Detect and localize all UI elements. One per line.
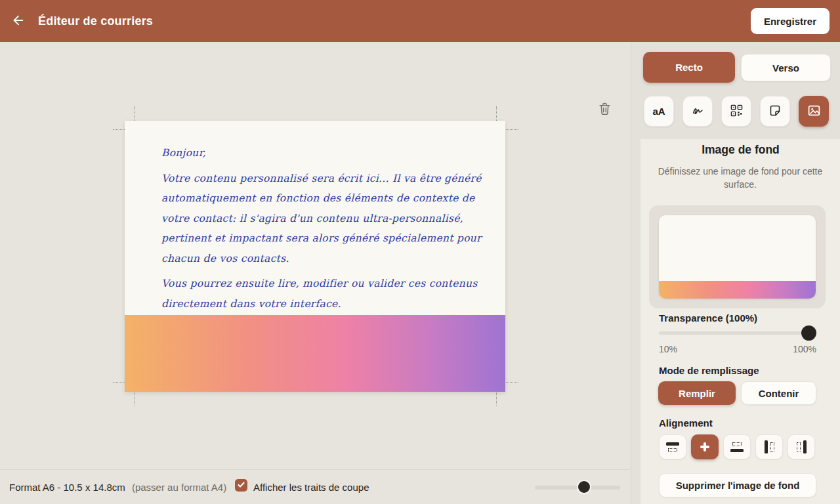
signature-icon <box>691 104 705 119</box>
align-center-icon <box>700 442 709 452</box>
save-button[interactable]: Enregistrer <box>751 8 830 34</box>
fill-mode-label: Mode de remplissage <box>659 365 759 376</box>
letter-line: Vous pourrez ensuite lire, modifier ou v… <box>161 274 490 294</box>
format-size-text: Format A6 - 10.5 x 14.8cm <box>9 482 125 493</box>
letter-line: automatiquement en fonction des éléments… <box>161 188 490 209</box>
align-top-button[interactable] <box>659 434 686 459</box>
thumbnail-gradient <box>659 281 816 299</box>
note-icon <box>768 104 782 119</box>
background-image-panel: Image de fond Définissez une image de fo… <box>640 139 840 504</box>
align-left-button[interactable] <box>755 434 783 459</box>
tab-verso[interactable]: Verso <box>741 54 831 81</box>
letter-line: Votre contenu personnalisé sera écrit ic… <box>161 169 490 189</box>
canvas-zoom-slider-thumb[interactable] <box>577 480 591 494</box>
tool-signature-button[interactable] <box>682 96 713 127</box>
image-icon <box>807 104 821 119</box>
tool-note-button[interactable] <box>760 96 790 127</box>
letter-handwritten-text: Bonjour, Votre contenu personnalisé sera… <box>161 143 490 314</box>
switch-format-link[interactable]: (passer au format A4) <box>132 482 226 493</box>
transparency-label: Transparence (100%) <box>659 312 757 324</box>
transparency-slider[interactable] <box>659 331 816 335</box>
align-bottom-icon <box>730 442 744 452</box>
tab-recto[interactable]: Recto <box>643 52 735 83</box>
panel-subtitle: Définissez une image de fond pour cette … <box>655 165 826 191</box>
letter-line: pertinent et impactant sera alors généré… <box>161 228 490 249</box>
align-right-icon <box>797 440 807 453</box>
settings-sidebar: Recto Verso aA <box>631 42 840 504</box>
align-center-button[interactable] <box>691 434 719 459</box>
delete-element-button[interactable] <box>595 100 614 119</box>
letter-line: Bonjour, <box>161 143 490 163</box>
transparency-slider-thumb[interactable] <box>801 326 816 341</box>
tool-image-button[interactable] <box>799 96 829 127</box>
page-title: Éditeur de courriers <box>38 14 153 28</box>
tool-qr-code-button[interactable] <box>721 96 751 127</box>
back-button[interactable] <box>7 9 30 33</box>
editor-canvas: Bonjour, Votre contenu personnalisé sera… <box>0 42 630 504</box>
show-crop-marks-checkbox[interactable] <box>235 479 247 492</box>
tool-text-button[interactable]: aA <box>644 96 674 127</box>
transparency-max-label: 100% <box>793 344 816 354</box>
alignment-label: Alignement <box>659 417 713 429</box>
background-image-gradient <box>125 315 505 392</box>
arrow-left-icon <box>11 13 26 30</box>
qr-code-icon <box>730 104 743 119</box>
panel-title: Image de fond <box>640 143 840 157</box>
remove-background-image-button[interactable]: Supprimer l'image de fond <box>659 473 816 497</box>
trash-icon <box>598 102 612 117</box>
letter-preview-surface[interactable]: Bonjour, Votre contenu personnalisé sera… <box>125 121 505 392</box>
format-label: Format A6 - 10.5 x 14.8cm (passer au for… <box>9 482 226 493</box>
background-image-preview-card <box>649 205 826 308</box>
checkmark-icon <box>237 480 245 492</box>
align-right-button[interactable] <box>788 434 815 459</box>
align-left-icon <box>765 440 774 453</box>
background-image-thumbnail[interactable] <box>659 215 816 299</box>
fill-mode-contain-button[interactable]: Contenir <box>741 381 816 405</box>
text-icon: aA <box>652 106 665 117</box>
align-bottom-button[interactable] <box>723 434 751 459</box>
fill-mode-fill-button[interactable]: Remplir <box>658 381 736 405</box>
header-bar: Éditeur de courriers Enregistrer <box>0 0 840 42</box>
canvas-zoom-slider[interactable] <box>535 486 620 490</box>
transparency-min-label: 10% <box>659 344 677 354</box>
mail-editor-app: Éditeur de courriers Enregistrer Bonjour… <box>0 0 840 504</box>
letter-line: chacun de vos contacts. <box>161 249 490 269</box>
show-crop-marks-label: Afficher les traits de coupe <box>253 482 369 493</box>
letter-line: votre contact: il s'agira d'un contenu u… <box>161 209 490 229</box>
align-top-icon <box>666 442 679 452</box>
letter-line: directement dans votre interface. <box>161 294 490 314</box>
canvas-footer-bar: Format A6 - 10.5 x 14.8cm (passer au for… <box>0 469 630 504</box>
